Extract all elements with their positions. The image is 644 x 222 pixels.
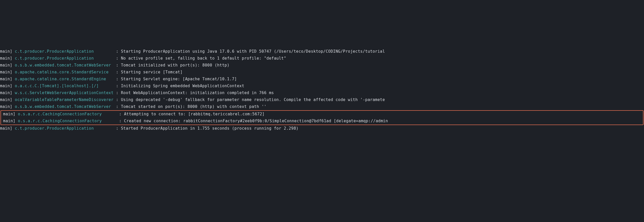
log-thread: main] (0, 76, 15, 83)
log-message: No active profile set, falling back to 1… (121, 55, 286, 62)
log-logger: o.apache.catalina.core.StandardService (15, 69, 113, 76)
log-message: Tomcat initialized with port(s): 8000 (h… (121, 62, 230, 69)
log-line: main] ocalVariableTableParameterNameDisc… (0, 96, 644, 103)
log-message: Created new connection: rabbitConnection… (124, 118, 388, 125)
log-message: Starting service [Tomcat] (121, 69, 183, 76)
log-thread: main] (0, 62, 15, 69)
log-separator: : (113, 55, 121, 62)
log-line: main] c.t.producer.ProducerApplication :… (0, 48, 644, 55)
log-line: main] o.apache.catalina.core.StandardSer… (0, 69, 644, 76)
log-message: Using deprecated '-debug' fallback for p… (121, 96, 385, 103)
log-thread: main] (3, 111, 18, 118)
log-thread: main] (0, 96, 15, 103)
log-thread: main] (0, 48, 15, 55)
log-separator: : (113, 96, 121, 103)
log-message: Starting ProducerApplication using Java … (121, 48, 385, 55)
log-thread: main] (0, 69, 15, 76)
log-line: main] o.apache.catalina.core.StandardEng… (0, 76, 644, 83)
console-output[interactable]: main] c.t.producer.ProducerApplication :… (0, 0, 644, 132)
log-logger: o.a.c.c.C.[Tomcat].[localhost].[/] (15, 83, 113, 90)
log-logger: o.s.a.r.c.CachingConnectionFactory (18, 118, 117, 125)
log-logger: o.s.b.w.embedded.tomcat.TomcatWebServer (15, 103, 113, 110)
log-line: main] c.t.producer.ProducerApplication :… (0, 125, 644, 132)
log-separator: : (113, 125, 121, 132)
log-message: Initializing Spring embedded WebApplicat… (121, 83, 244, 90)
log-message: Started ProducerApplication in 1.755 sec… (121, 125, 299, 132)
log-separator: : (113, 62, 121, 69)
log-logger: c.t.producer.ProducerApplication (15, 48, 113, 55)
log-separator: : (117, 111, 124, 118)
log-separator: : (113, 48, 121, 55)
log-separator: : (113, 69, 121, 76)
log-logger: o.apache.catalina.core.StandardEngine (15, 76, 113, 83)
log-logger: ocalVariableTableParameterNameDiscoverer (15, 96, 113, 103)
log-message: Starting Servlet engine: [Apache Tomcat/… (121, 76, 237, 83)
log-logger: w.s.c.ServletWebServerApplicationContext (15, 90, 113, 96)
log-thread: main] (0, 125, 15, 132)
log-line: main] o.s.a.r.c.CachingConnectionFactory… (1, 118, 643, 125)
log-separator: : (113, 90, 121, 96)
log-line: main] o.s.a.r.c.CachingConnectionFactory… (1, 111, 643, 118)
log-logger: c.t.producer.ProducerApplication (15, 125, 113, 132)
log-separator: : (113, 103, 121, 110)
log-thread: main] (0, 90, 15, 96)
log-line: main] w.s.c.ServletWebServerApplicationC… (0, 90, 644, 96)
log-logger: c.t.producer.ProducerApplication (15, 55, 113, 62)
log-line: main] c.t.producer.ProducerApplication :… (0, 55, 644, 62)
log-line: main] o.s.b.w.embedded.tomcat.TomcatWebS… (0, 103, 644, 110)
log-thread: main] (0, 103, 15, 110)
log-thread: main] (0, 83, 15, 90)
log-thread: main] (0, 55, 15, 62)
log-line: main] o.a.c.c.C.[Tomcat].[localhost].[/]… (0, 83, 644, 90)
log-separator: : (113, 83, 121, 90)
log-message: Root WebApplicationContext: initializati… (121, 90, 274, 96)
log-message: Tomcat started on port(s): 8000 (http) w… (121, 103, 266, 110)
log-logger: o.s.b.w.embedded.tomcat.TomcatWebServer (15, 62, 113, 69)
log-logger: o.s.a.r.c.CachingConnectionFactory (18, 111, 117, 118)
log-separator: : (113, 76, 121, 83)
log-separator: : (117, 118, 124, 125)
log-message: Attempting to connect to: [rabbitmq.teri… (124, 111, 265, 118)
log-line: main] o.s.b.w.embedded.tomcat.TomcatWebS… (0, 62, 644, 69)
log-thread: main] (3, 118, 18, 125)
highlighted-region: main] o.s.a.r.c.CachingConnectionFactory… (1, 110, 643, 125)
